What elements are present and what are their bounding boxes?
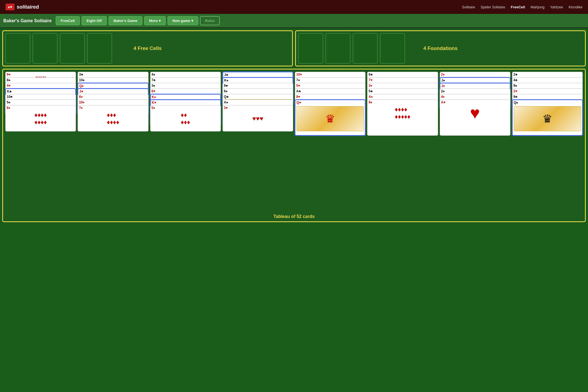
card-9d[interactable]: 9♦ ♦♦♦♦♦♦♦♦♦ [367, 100, 438, 136]
freecells-label: 4 Free Cells [134, 46, 162, 51]
tableau-col-4: J♣ 🃏 K♠ 👑 8♣ ♣♣♣♣♣♣♣♣ 6♠ ♠♠♠♠♠♠ Q♣ � [223, 72, 293, 211]
tableau-col-7: 2♦ ♦♦ J♠ 🃏 J♦ 🃏 2♠ ♠♠ 4♦ ♦♦♦♦ [440, 72, 510, 211]
eight-off-button[interactable]: Eight Off [81, 16, 107, 25]
card-7d[interactable]: 7♦ ♦♦♦♦♦♦♦ [78, 105, 148, 132]
top-section: 4 Free Cells 4 Foundations [2, 30, 586, 66]
card-qh[interactable]: Q♥ ♛ [295, 100, 365, 136]
nav-mahjong[interactable]: Mahjong [531, 5, 545, 9]
tableau-col-1: 9♥ ♥♥♥♥♥♥♥♥♥ 8♠ ♠♠♠♠♠♠♠♠ 4♥ ♥♥♥♥ K♣ 👑 10… [5, 72, 76, 211]
tableau-label: Tableau of 52 cards [273, 214, 315, 219]
freecells-area: 4 Free Cells [2, 30, 293, 66]
foundation-slot-4[interactable] [380, 33, 405, 64]
freecell-slot-3[interactable] [60, 33, 85, 64]
nav-freecell[interactable]: FreeCell [511, 5, 525, 9]
logo-text: solitaired [17, 4, 39, 10]
nav-links: Solitaire Spider Solitaire FreeCell Mahj… [462, 5, 582, 9]
tableau-col-2: 3♣ ♣♣♣ 10♠ ♠♠♠♠♠♠♠♠♠♠ Q♦ 👸 J♥ 🃏 6♦ ♦ [78, 72, 148, 211]
foundation-slot-2[interactable] [325, 33, 350, 64]
tableau-col-3: 4♠ ♠♠♠♠ 7♣ ♣♣♣♣♣♣♣ 3♠ ♠♠♠ 6♥ ♥♥♥♥♥♥ K♦ [150, 72, 221, 211]
tableau-columns: 9♥ ♥♥♥♥♥♥♥♥♥ 8♠ ♠♠♠♠♠♠♠♠ 4♥ ♥♥♥♥ K♣ 👑 10… [5, 72, 583, 211]
nav-spider[interactable]: Spider Solitaire [481, 5, 505, 9]
tableau-col-5: 10♥ ♥♥♥♥♥♥♥♥♥♥ 7♠ ♠♠♠♠♠♠♠ 5♥ ♥♥♥♥♥ A♣ ♣ … [295, 72, 365, 211]
foundations-area: 4 Foundations [295, 30, 586, 66]
rules-button[interactable]: Rules [200, 16, 220, 25]
tableau-col-6: 6♣ ♣♣♣♣♣♣ 7♥ ♥♥♥♥♥♥♥ 3♦ ♦♦♦ 5♣ ♣♣♣♣♣ A♦ [367, 72, 438, 211]
card-qs[interactable]: Q♠ ♛ [512, 100, 583, 136]
logo[interactable]: ♠♥ solitaired [6, 4, 39, 10]
foundation-slot-1[interactable] [298, 33, 323, 64]
new-game-button[interactable]: New game ▾ [167, 16, 198, 25]
tableau-col-8: 2♣ ♣♣ 4♣ ♣♣♣♣ 9♠ ♠♠♠♠♠♠♠♠♠ 2♥ ♥♥ 9♣ ♣♣ [512, 72, 583, 211]
freecell-slot-4[interactable] [87, 33, 112, 64]
logo-icon: ♠♥ [6, 4, 14, 10]
foundations-label: 4 Foundations [423, 46, 458, 51]
card-8d[interactable]: 8♦ ♦♦♦♦♦♦♦♦ [5, 105, 76, 132]
freecell-slot-1[interactable] [5, 33, 30, 64]
bakers-game-button[interactable]: Baker's Game [108, 16, 142, 25]
game-area: 4 Free Cells 4 Foundations 9♥ ♥♥♥♥♥♥♥♥♥ … [0, 28, 588, 224]
nav-solitaire[interactable]: Solitaire [462, 5, 475, 9]
tableau-area: 9♥ ♥♥♥♥♥♥♥♥♥ 8♠ ♠♠♠♠♠♠♠♠ 4♥ ♥♥♥♥ K♣ 👑 10… [2, 69, 586, 222]
freecell-slot-2[interactable] [33, 33, 58, 64]
foundation-slot-3[interactable] [353, 33, 378, 64]
card-ah[interactable]: A♥ ♥ [440, 100, 510, 136]
more-button[interactable]: More ▾ [144, 16, 166, 25]
toolbar: Baker's Game Solitaire FreeCell Eight Of… [0, 14, 588, 28]
card-5d[interactable]: 5♦ ♦♦♦♦♦ [150, 105, 221, 132]
nav-klondike[interactable]: Klondike [569, 5, 582, 9]
nav-yahtzee[interactable]: Yahtzee [550, 5, 563, 9]
header: ♠♥ solitaired Solitaire Spider Solitaire… [0, 0, 588, 14]
freecell-button[interactable]: FreeCell [56, 16, 80, 25]
card-3h[interactable]: 3♥ ♥♥♥ [223, 105, 293, 132]
page-title: Baker's Game Solitaire [3, 18, 52, 23]
